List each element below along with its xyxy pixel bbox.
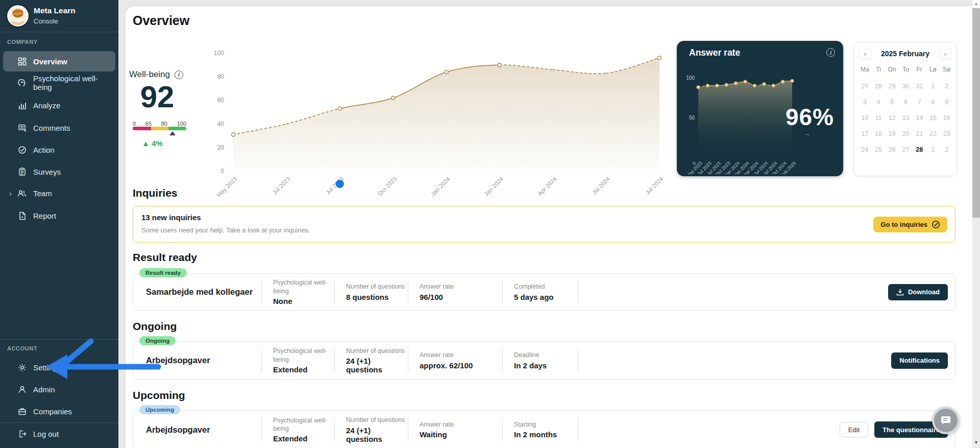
scrollbar[interactable]: ▲ ▼: [972, 0, 980, 448]
calendar-day[interactable]: 23: [940, 128, 953, 139]
column-value: In 2 months: [514, 430, 578, 439]
calendar-day[interactable]: 20: [899, 128, 913, 139]
dashboard-screen: Meta Learn Console COMPANY Overview Psyc…: [0, 0, 980, 448]
chat-fab-button[interactable]: [932, 407, 960, 434]
calendar-day[interactable]: 18: [872, 128, 886, 139]
calendar-day[interactable]: 12: [885, 112, 899, 124]
calendar-day[interactable]: 2: [940, 144, 953, 155]
calendar-day[interactable]: 13: [899, 112, 913, 124]
calendar-day[interactable]: 14: [913, 112, 926, 124]
info-icon[interactable]: i: [175, 70, 183, 79]
calendar-day[interactable]: 16: [940, 112, 953, 124]
info-icon[interactable]: i: [826, 48, 835, 57]
calendar-day[interactable]: 29: [885, 81, 899, 92]
comments-icon: [17, 123, 27, 132]
column-label: Psychological well-being: [273, 347, 334, 364]
sidebar-item-analyze[interactable]: Analyze: [3, 95, 115, 115]
svg-text:100: 100: [214, 50, 224, 57]
calendar: ‹ 2025 February › MaTiOnToFrLøSø 2728293…: [853, 42, 957, 176]
svg-text:40: 40: [217, 121, 225, 128]
sidebar-item-psychological-well-being[interactable]: Psychological well-being: [3, 73, 115, 93]
document-icon: [17, 211, 27, 220]
wellbeing-score: 92: [129, 82, 186, 112]
calendar-day[interactable]: 26: [885, 144, 899, 155]
calendar-day[interactable]: 22: [926, 128, 940, 139]
calendar-day[interactable]: 6: [899, 97, 913, 108]
sidebar-item-label: Action: [33, 146, 55, 154]
download-button[interactable]: Download: [888, 284, 948, 300]
svg-text:20: 20: [217, 144, 225, 151]
scroll-down-icon[interactable]: ▼: [972, 439, 980, 446]
calendar-day[interactable]: 15: [926, 112, 940, 124]
sidebar-item-logout[interactable]: Log out: [3, 423, 115, 444]
svg-text:80: 80: [217, 73, 225, 80]
ongoing-heading: Ongoing: [133, 320, 177, 333]
calendar-day[interactable]: 21: [913, 128, 926, 139]
calendar-day[interactable]: 19: [885, 128, 899, 139]
logout-icon: [17, 429, 27, 438]
calendar-day[interactable]: 10: [858, 112, 872, 124]
svg-text:0: 0: [220, 168, 224, 175]
calendar-day[interactable]: 27: [858, 81, 872, 92]
briefcase-icon: [17, 407, 27, 416]
column-label: Number of questions: [346, 347, 408, 355]
calendar-day[interactable]: 1: [926, 81, 940, 92]
calendar-day[interactable]: 4: [872, 97, 886, 108]
calendar-day[interactable]: 30: [899, 81, 913, 92]
calendar-day[interactable]: 2: [940, 81, 953, 92]
calendar-day[interactable]: 28: [913, 144, 926, 155]
sidebar-item-action[interactable]: Action: [3, 139, 115, 160]
sidebar-item-comments[interactable]: Comments: [3, 117, 115, 138]
go-to-inquiries-button[interactable]: Go to inquiries: [873, 217, 947, 232]
status-badge: Upcoming: [139, 405, 180, 414]
edit-button[interactable]: Edit: [840, 422, 868, 437]
calendar-day[interactable]: 11: [872, 112, 886, 124]
calendar-day[interactable]: 28: [872, 81, 886, 92]
survey-name: Arbejdsopgaver: [146, 356, 261, 365]
calendar-day[interactable]: 24: [858, 144, 872, 155]
edit-label: Edit: [848, 426, 860, 434]
scrollbar-thumb[interactable]: [972, 8, 980, 218]
calendar-day[interactable]: 5: [885, 97, 899, 108]
column-value: 24 (+1) questions: [346, 357, 408, 374]
calendar-day[interactable]: 1: [926, 144, 940, 155]
calendar-day[interactable]: 8: [926, 97, 940, 108]
brand-logo: [6, 4, 30, 28]
sidebar-item-report[interactable]: Report: [3, 205, 115, 226]
calendar-day[interactable]: 27: [899, 144, 913, 155]
sidebar-item-label: Companies: [33, 407, 72, 416]
calendar-day[interactable]: 31: [913, 81, 926, 92]
calendar-day[interactable]: 9: [940, 97, 953, 108]
sidebar-item-admin[interactable]: Admin: [3, 379, 115, 399]
column-value: Extended: [273, 434, 334, 443]
calendar-day[interactable]: 25: [872, 144, 886, 155]
divider: [578, 349, 578, 372]
sidebar-item-overview[interactable]: Overview: [3, 51, 115, 72]
calendar-day[interactable]: 3: [858, 97, 872, 108]
chevron-right-icon[interactable]: ›: [9, 189, 12, 198]
sidebar-item-settings[interactable]: Settings: [3, 357, 115, 378]
column-value: 96/100: [420, 293, 502, 301]
info-column: Number of questions24 (+1) questions: [335, 416, 408, 443]
calendar-day[interactable]: 17: [858, 128, 872, 139]
sidebar-item-team[interactable]: › Team: [3, 183, 115, 203]
calendar-day[interactable]: 7: [913, 97, 926, 108]
scale-100: 100: [177, 121, 186, 127]
calendar-weekday: Sø: [940, 64, 953, 76]
sidebar-item-companies[interactable]: Companies: [3, 401, 115, 421]
sidebar-item-surveys[interactable]: Surveys: [3, 161, 115, 182]
info-column: Completed5 days ago: [503, 282, 578, 301]
sidebar-item-label: Overview: [33, 57, 67, 66]
calendar-weekday: To: [899, 64, 913, 76]
scroll-up-icon[interactable]: ▲: [972, 0, 980, 8]
wellbeing-label: Well-being i: [129, 69, 183, 80]
notifications-button[interactable]: Notifications: [891, 352, 948, 369]
column-value: Extended: [273, 365, 334, 374]
go-to-inquiries-label: Go to inquiries: [880, 221, 927, 228]
gauge-pointer-icon: [169, 131, 176, 135]
column-label: Psychological well-being: [273, 416, 334, 433]
sidebar-item-label: Report: [33, 211, 56, 220]
download-label: Download: [908, 288, 940, 296]
calendar-next-button[interactable]: ›: [939, 48, 951, 60]
account-section-label: ACCOUNT: [7, 345, 37, 351]
